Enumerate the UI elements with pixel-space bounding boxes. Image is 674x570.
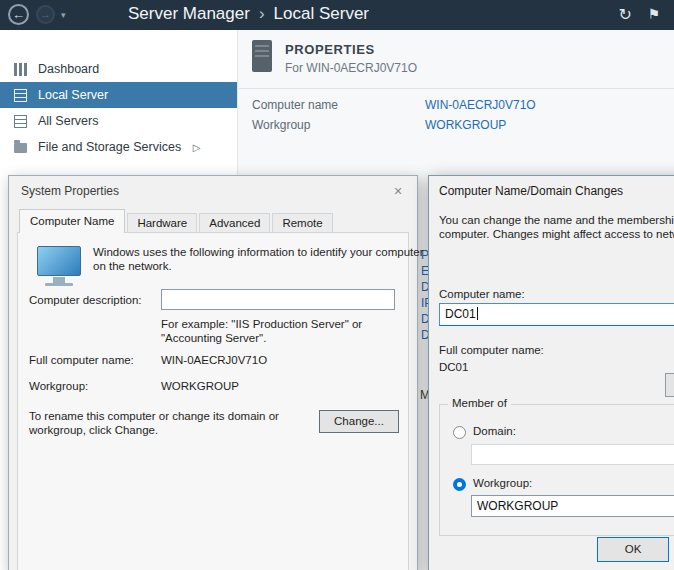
full-computer-name-label: Full computer name: [439,344,544,356]
computer-name-input[interactable]: DC01 [439,303,674,326]
workgroup-label: Workgroup: [29,380,88,392]
dialog-title[interactable]: System Properties [21,184,119,198]
back-arrow-icon: ← [12,7,25,22]
properties-subheading: For WIN-0AECRJ0V71O [285,61,417,75]
full-computer-name-value: DC01 [439,361,468,373]
expand-chevron-icon: ▷ [193,142,201,153]
folder-icon [14,143,27,153]
dashboard-icon [14,63,27,76]
tab-hardware[interactable]: Hardware [127,213,197,232]
sidebar-item-dashboard[interactable]: Dashboard [0,56,237,82]
computer-name-domain-changes-dialog: Computer Name/Domain Changes You can cha… [428,175,674,570]
forward-button[interactable]: → [36,5,55,24]
sidebar-item-local-server[interactable]: Local Server [0,82,237,108]
computer-description-input[interactable] [161,289,395,310]
workgroup-value: WORKGROUP [161,380,239,392]
domain-radio[interactable] [453,426,466,439]
close-icon[interactable]: × [389,182,407,200]
sidebar-item-label: File and Storage Services [38,140,181,154]
sidebar-item-label: Dashboard [38,62,99,76]
property-label: Workgroup [252,118,425,132]
tab-computer-name[interactable]: Computer Name [19,209,125,233]
property-label: Computer name [252,98,425,112]
server-icon [14,89,27,102]
computer-description-label: Computer description: [29,294,142,306]
dialog-body-text: You can change the name and the membersh… [439,214,674,226]
breadcrumb-server-manager[interactable]: Server Manager [128,4,250,23]
computer-name-link[interactable]: WIN-0AECRJ0V71O [425,98,536,112]
dialog-title[interactable]: Computer Name/Domain Changes [439,184,623,198]
tab-advanced[interactable]: Advanced [199,213,270,232]
text-caret [477,307,478,320]
full-computer-name-value: WIN-0AECRJ0V71O [161,354,267,366]
divider [239,88,674,89]
domain-radio-label[interactable]: Domain: [473,425,516,437]
intro-text: Windows uses the following information t… [93,246,423,258]
tab-remote[interactable]: Remote [272,213,332,232]
computer-name-input-value: DC01 [445,307,476,321]
workgroup-input[interactable]: WORKGROUP [471,495,674,517]
breadcrumb-local-server[interactable]: Local Server [274,4,369,23]
sidebar-item-label: All Servers [38,114,98,128]
forward-arrow-icon: → [40,8,51,20]
intro-text: on the network. [93,260,172,272]
tab-bar: Computer NameHardwareAdvancedRemote [19,209,335,233]
domain-input[interactable] [471,444,674,465]
rename-hint-text: workgroup, click Change. [29,424,158,436]
titlebar: ← → ▾ Server Manager›Local Server ↻ ⚑ [0,0,674,30]
chevron-down-icon[interactable]: ▾ [61,10,66,20]
servers-icon [14,115,27,128]
refresh-icon[interactable]: ↻ [619,5,632,24]
sidebar-item-label: Local Server [38,88,108,102]
back-button[interactable]: ← [8,4,29,25]
rename-hint-text: To rename this computer or change its do… [29,410,279,422]
member-of-legend: Member of [448,397,511,409]
workgroup-radio-label[interactable]: Workgroup: [473,477,532,489]
system-properties-dialog: System Properties × Computer NameHardwar… [8,175,418,570]
change-button[interactable]: Change... [319,410,399,433]
properties-heading: PROPERTIES [285,42,375,57]
example-text: For example: "IIS Production Server" or [161,318,362,330]
sidebar-item-file-storage-services[interactable]: File and Storage Services ▷ [0,134,237,160]
properties-tile-icon [252,40,272,72]
computer-name-label: Computer name: [439,288,525,300]
property-row: WorkgroupWORKGROUP [252,118,506,132]
dialog-body-text: computer. Changes might affect access to… [439,228,674,240]
tab-page [17,232,409,570]
monitor-icon [37,246,81,276]
property-row: Computer nameWIN-0AECRJ0V71O [252,98,536,112]
breadcrumb-separator: › [259,4,265,23]
workgroup-radio[interactable] [453,478,466,491]
breadcrumb: Server Manager›Local Server [128,4,369,24]
example-text: "Accounting Server". [161,332,266,344]
notifications-flag-icon[interactable]: ⚑ [647,6,660,22]
ok-button[interactable]: OK [597,537,669,562]
workgroup-link[interactable]: WORKGROUP [425,118,506,132]
full-computer-name-label: Full computer name: [29,354,134,366]
server-manager-window: ← → ▾ Server Manager›Local Server ↻ ⚑ Da… [0,0,674,570]
more-button[interactable] [665,373,674,397]
sidebar-item-all-servers[interactable]: All Servers [0,108,237,134]
